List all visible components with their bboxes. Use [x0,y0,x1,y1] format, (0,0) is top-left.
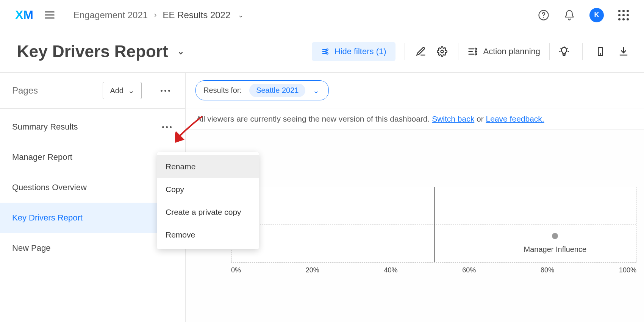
breadcrumb-current[interactable]: EE Results 2022 [163,10,231,20]
leave-feedback-link[interactable]: Leave feedback. [486,114,544,123]
sidebar-item-label: Questions Overview [12,183,87,192]
apps-grid-icon[interactable] [618,10,629,20]
results-for-dropdown[interactable]: Results for: Seattle 2021 ⌄ [195,80,329,100]
mobile-device-icon[interactable] [596,46,605,57]
chart-x-tick: 100% [619,266,636,274]
sidebar-item-summary-results[interactable]: Summary Results [0,112,185,142]
menu-item-create-private-copy[interactable]: Create a private copy [157,201,259,224]
chart-x-tick: 40% [384,266,398,274]
download-icon[interactable] [618,46,629,57]
chevron-down-icon[interactable]: ⌄ [177,47,184,56]
chevron-down-icon: ⌄ [313,86,319,95]
title-toolbar: Key Drivers Report ⌄ Hide filters (1) [0,30,644,73]
svg-point-3 [325,51,327,52]
app-logo[interactable]: XM [15,8,33,22]
sidebar-item-label: Key Drivers Report [12,213,83,223]
add-page-button[interactable]: Add ⌄ [103,82,142,99]
chart-x-tick: 20% [306,266,319,274]
toolbar-divider [458,43,458,60]
breadcrumb-separator-icon: › [154,10,156,20]
chart-x-tick: 60% [462,266,476,274]
toolbar-divider [405,43,405,60]
info-banner: All viewers are currently seeing the new… [186,108,644,130]
settings-gear-icon[interactable] [435,45,449,58]
top-navbar: XM Engagement 2021 › EE Results 2022 ⌄ K [0,0,644,30]
svg-point-7 [600,53,601,54]
sidebar-item-label: Manager Report [12,152,72,162]
svg-point-1 [543,17,544,18]
menu-item-remove[interactable]: Remove [157,224,259,246]
chart-data-point[interactable] [552,233,558,239]
toolbar-divider [582,43,583,60]
page-title: Key Drivers Report [17,42,168,61]
svg-point-2 [327,49,328,50]
action-planning-button[interactable]: Action planning [467,46,540,57]
breadcrumb: Engagement 2021 › EE Results 2022 ⌄ [73,10,244,20]
chevron-down-icon: ⌄ [128,86,134,95]
help-icon[interactable] [538,9,549,21]
lightbulb-icon[interactable] [559,46,569,57]
chart-x-tick: 80% [541,266,554,274]
user-avatar[interactable]: K [589,8,604,22]
breadcrumb-parent[interactable]: Engagement 2021 [73,10,148,20]
results-for-chip: Seattle 2021 [249,84,305,97]
chart-x-tick: 0% [231,266,241,274]
sidebar-item-label: Summary Results [12,122,78,132]
toolbar-divider [549,43,550,60]
notifications-bell-icon[interactable] [564,9,575,21]
item-more-icon[interactable] [162,126,172,128]
hide-filters-label: Hide filters (1) [335,47,386,56]
menu-item-rename[interactable]: Rename [157,155,259,178]
chart-horizontal-midline [231,225,636,225]
hide-filters-button[interactable]: Hide filters (1) [312,42,395,61]
banner-mid: or [477,114,486,123]
scatter-chart: 0 Manager Influence [231,187,636,263]
page-context-menu: Rename Copy Create a private copy Remove [157,152,259,249]
pages-heading: Pages [12,85,38,96]
add-page-label: Add [110,86,123,95]
svg-point-5 [441,50,443,53]
chart-x-axis: 0% 20% 40% 60% 80% 100% [231,266,636,274]
results-for-label: Results for: [203,86,242,95]
action-planning-label: Action planning [483,47,540,56]
page-title-container: Key Drivers Report ⌄ [17,42,184,61]
edit-icon[interactable] [414,45,428,58]
svg-point-4 [327,53,328,54]
filter-bar: Results for: Seattle 2021 ⌄ [186,73,644,108]
banner-text: All viewers are currently seeing the new… [196,114,432,123]
menu-item-copy[interactable]: Copy [157,178,259,201]
chevron-down-icon[interactable]: ⌄ [238,11,244,19]
switch-back-link[interactable]: Switch back [432,114,474,123]
content-area: Pages Add ⌄ Summary Results Manager Repo… [0,73,644,322]
pages-sidebar-header: Pages Add ⌄ [0,73,185,109]
sidebar-item-label: New Page [12,243,51,253]
pages-more-icon[interactable] [161,90,170,92]
hamburger-menu-icon[interactable] [45,11,55,19]
chart-point-label: Manager Influence [524,245,587,254]
